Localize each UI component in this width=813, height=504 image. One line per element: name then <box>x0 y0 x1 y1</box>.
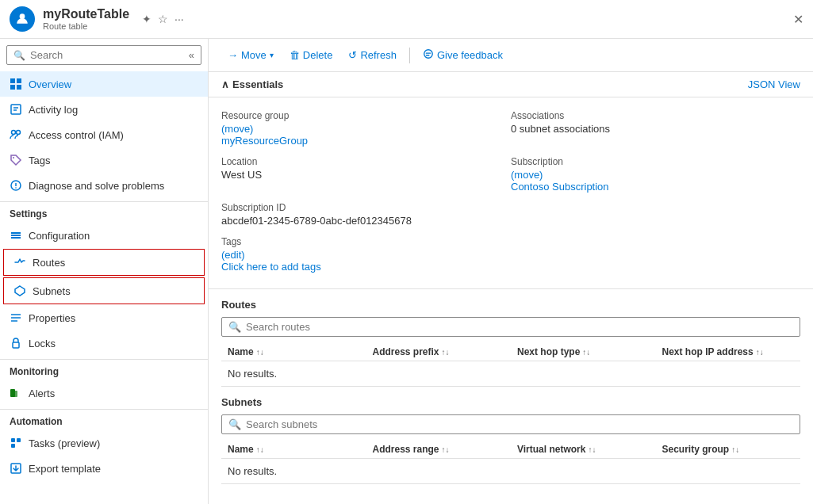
feedback-button[interactable]: Give feedback <box>416 45 509 65</box>
search-input[interactable] <box>30 49 184 61</box>
sidebar-item-export-template[interactable]: Export template <box>0 456 208 481</box>
svg-rect-3 <box>10 85 15 90</box>
close-button[interactable]: ✕ <box>793 12 803 27</box>
sidebar: 🔍 « Overview Activity log Access control… <box>0 39 209 504</box>
json-view-link[interactable]: JSON View <box>748 78 800 90</box>
move-button[interactable]: → Move ▾ <box>221 46 280 64</box>
activity-log-icon <box>10 103 22 116</box>
main-layout: 🔍 « Overview Activity log Access control… <box>0 39 813 504</box>
tasks-icon <box>10 437 22 449</box>
resource-group-value: (move) myResourceGroup <box>221 123 511 147</box>
sidebar-item-diagnose[interactable]: Diagnose and solve problems <box>0 173 208 198</box>
routes-col-next-hop-ip-sort-icon[interactable]: ↑↓ <box>756 348 764 357</box>
routes-search-field[interactable]: 🔍 <box>221 317 800 337</box>
tags-edit-link[interactable]: (edit) <box>221 249 245 261</box>
svg-rect-5 <box>11 105 21 114</box>
sidebar-item-activity-log[interactable]: Activity log <box>0 97 208 122</box>
diagnose-icon <box>10 179 22 192</box>
routes-col-next-hop-ip-label: Next hop IP address <box>662 346 754 357</box>
subnets-no-results: No results. <box>221 459 800 484</box>
svg-point-9 <box>17 131 21 135</box>
automation-section-header: Automation <box>0 409 208 430</box>
resource-group-move-link[interactable]: (move) <box>221 123 253 135</box>
routes-icon <box>13 256 26 269</box>
subnets-search-field[interactable]: 🔍 <box>221 414 800 434</box>
resource-group-item: Resource group (move) myResourceGroup <box>221 107 511 153</box>
subnets-col-security-group-sort-icon[interactable]: ↑↓ <box>731 445 739 454</box>
essentials-header: ∧ Essentials JSON View <box>209 72 813 97</box>
resource-name: myRouteTable <box>43 7 129 21</box>
tags-icon <box>10 154 22 166</box>
header-title-group: myRouteTable Route table <box>43 7 129 31</box>
sidebar-label-tasks: Tasks (preview) <box>29 437 100 449</box>
subscription-id-label: Subscription ID <box>221 202 511 213</box>
routes-col-address-sort-icon[interactable]: ↑↓ <box>442 348 450 357</box>
resource-group-label: Resource group <box>221 110 511 121</box>
subnets-section-title: Subnets <box>221 396 800 408</box>
sidebar-item-tasks[interactable]: Tasks (preview) <box>0 430 208 456</box>
sidebar-item-properties[interactable]: Properties <box>0 305 208 330</box>
svg-point-28 <box>424 50 433 59</box>
subscription-id-value: abcdef01-2345-6789-0abc-def012345678 <box>221 215 511 227</box>
sidebar-item-overview[interactable]: Overview <box>0 71 208 97</box>
avatar <box>10 6 35 32</box>
subnets-col-name-sort-icon[interactable]: ↑↓ <box>256 445 264 454</box>
svg-rect-4 <box>17 85 21 90</box>
subnets-icon <box>13 284 26 297</box>
refresh-icon: ↺ <box>348 49 357 61</box>
more-options-icon[interactable]: ··· <box>174 13 184 25</box>
subnets-col-virtual-network-sort-icon[interactable]: ↑↓ <box>588 445 596 454</box>
toolbar: → Move ▾ 🗑 Delete ↺ Refresh Give feedbac… <box>209 39 813 72</box>
routes-no-results: No results. <box>221 361 800 387</box>
move-icon: → <box>228 49 238 61</box>
routes-table-header: Name ↑↓ Address prefix ↑↓ Next hop type … <box>221 343 800 361</box>
subnets-col-virtual-network: Virtual network ↑↓ <box>511 444 656 455</box>
svg-rect-26 <box>11 444 15 448</box>
sidebar-label-properties: Properties <box>29 312 75 324</box>
export-template-icon <box>10 462 22 475</box>
location-label: Location <box>221 156 511 167</box>
access-control-icon <box>10 128 22 141</box>
subnets-search-input[interactable] <box>246 418 793 430</box>
sidebar-item-tags[interactable]: Tags <box>0 147 208 173</box>
subnets-col-name-label: Name <box>228 444 254 455</box>
sidebar-label-locks: Locks <box>29 338 56 349</box>
subnets-col-address-range-sort-icon[interactable]: ↑↓ <box>442 445 450 454</box>
sidebar-item-access-control[interactable]: Access control (IAM) <box>0 122 208 147</box>
routes-search-input[interactable] <box>246 321 793 333</box>
essentials-collapse-icon[interactable]: ∧ <box>221 78 229 90</box>
subnets-col-address-range: Address range ↑↓ <box>366 444 512 455</box>
alerts-icon <box>10 387 22 399</box>
sidebar-item-locks[interactable]: Locks <box>0 330 208 356</box>
svg-rect-2 <box>17 78 21 83</box>
subscription-move-link[interactable]: (move) <box>511 169 543 181</box>
search-box[interactable]: 🔍 « <box>6 45 201 65</box>
location-item: Location West US <box>221 153 511 199</box>
tags-add-link[interactable]: Click here to add tags <box>221 261 321 273</box>
sidebar-label-tags: Tags <box>29 155 50 166</box>
routes-col-address-prefix-label: Address prefix <box>373 346 439 357</box>
essentials-grid: Resource group (move) myResourceGroup As… <box>209 97 813 289</box>
subnets-col-address-range-label: Address range <box>373 444 439 455</box>
delete-button[interactable]: 🗑 Delete <box>283 46 339 64</box>
feedback-icon <box>423 48 434 62</box>
resource-group-name-link[interactable]: myResourceGroup <box>221 135 308 147</box>
subnets-col-security-group: Security group ↑↓ <box>656 444 801 455</box>
subscription-label: Subscription <box>511 156 800 167</box>
subscription-name-link[interactable]: Contoso Subscription <box>511 181 609 193</box>
sidebar-item-routes[interactable]: Routes <box>3 249 205 276</box>
sidebar-item-alerts[interactable]: Alerts <box>0 380 208 406</box>
routes-col-name-sort-icon[interactable]: ↑↓ <box>256 348 264 357</box>
svg-rect-15 <box>11 235 21 236</box>
favorite-star-icon[interactable]: ✦ <box>142 13 151 25</box>
subscription-value: (move) Contoso Subscription <box>511 169 800 193</box>
bookmark-icon[interactable]: ☆ <box>158 13 168 25</box>
feedback-label: Give feedback <box>437 49 503 61</box>
routes-col-next-hop-type-sort-icon[interactable]: ↑↓ <box>582 348 590 357</box>
refresh-button[interactable]: ↺ Refresh <box>342 46 403 64</box>
sidebar-item-subnets[interactable]: Subnets <box>3 277 205 304</box>
sidebar-label-subnets: Subnets <box>33 285 71 297</box>
collapse-icon[interactable]: « <box>189 49 194 61</box>
svg-rect-25 <box>17 438 21 442</box>
sidebar-item-configuration[interactable]: Configuration <box>0 223 208 248</box>
